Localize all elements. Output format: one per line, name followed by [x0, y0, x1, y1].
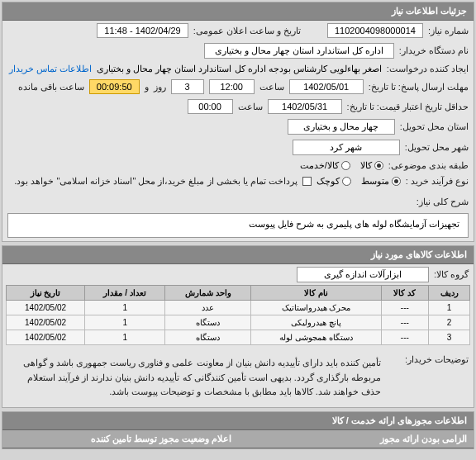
col-code: کد کالا — [381, 286, 429, 301]
radio-checked-icon — [374, 161, 383, 170]
need-desc-value: تجهیزات آزمایشگاه لوله های پلیمری به شرح… — [7, 213, 469, 238]
need-no-value: 1102004098000014 — [327, 23, 423, 38]
city-value: شهر کرد — [293, 140, 400, 155]
table-cell: 1402/05/02 — [7, 315, 85, 330]
col-name: نام کالا — [251, 286, 381, 301]
deadline-label: مهلت ارسال پاسخ: تا تاریخ: — [369, 82, 469, 92]
announce-datetime-value: 1402/04/29 - 11:48 — [97, 23, 188, 38]
purchase-medium-label: متوسط — [361, 176, 389, 187]
category-goods-option[interactable]: کالا — [360, 160, 383, 171]
buyer-notes-value: تأمین کننده باید دارای تأییدیه دانش بنیا… — [7, 351, 389, 405]
province-label: استان محل تحویل: — [400, 121, 469, 132]
goods-group-label: گروه کالا: — [434, 269, 469, 280]
day-label: روز — [154, 82, 166, 92]
announce-datetime-label: تاریخ و ساعت اعلان عمومی: — [193, 26, 301, 36]
radio-checked-icon — [392, 177, 401, 186]
license-declare-col: اعلام وضعیت مجوز توسط تامین کننده — [2, 430, 238, 448]
days-left-value: 3 — [171, 79, 204, 94]
purchase-type-radio-group: متوسط کوچک — [317, 176, 401, 187]
deadline-date-value: 1402/05/01 — [289, 79, 364, 94]
purchase-small-label: کوچک — [317, 176, 340, 187]
table-cell: دستگاه — [165, 330, 251, 345]
table-cell: 1 — [85, 330, 165, 345]
category-label: طبقه بندی موضوعی: — [388, 160, 469, 171]
licenses-needed-col: الزامی بودن ارائه مجوز — [238, 430, 474, 448]
radio-unchecked-icon — [342, 177, 351, 186]
table-row: 3---دستگاه همجوشی لولهدستگاه11402/05/02 — [7, 330, 470, 345]
countdown-timer: 00:09:50 — [89, 79, 140, 94]
table-cell: محرک هیدرواستاتیک — [251, 301, 381, 315]
radio-unchecked-icon — [341, 161, 350, 170]
time-left-label: ساعت باقی مانده — [18, 82, 84, 92]
hour-label-2: ساعت — [238, 102, 263, 112]
buyer-org-value: اداره کل استاندارد استان چهار محال و بخت… — [204, 43, 394, 59]
table-row: 2---پانچ هیدرولیکیدستگاه11402/05/02 — [7, 315, 470, 330]
license-info-header: اطلاعات مجوزهای ارائه خدمت / کالا — [2, 412, 474, 430]
col-date: تاریخ نیاز — [7, 286, 85, 301]
purchase-type-label: نوع فرآیند خرید : — [406, 176, 469, 187]
table-cell: 3 — [429, 330, 470, 345]
city-label: شهر محل تحویل: — [405, 142, 469, 153]
table-cell: --- — [381, 330, 429, 345]
table-cell: 1 — [85, 301, 165, 315]
table-cell: دستگاه همجوشی لوله — [251, 330, 381, 345]
table-cell: --- — [381, 315, 429, 330]
buyer-org-label: نام دستگاه خریدار: — [399, 45, 469, 56]
need-items-header: اطلاعات کالاهای مورد نیاز — [2, 246, 474, 264]
col-qty: تعداد / مقدار — [85, 286, 165, 301]
goods-table: ردیف کد کالا نام کالا واحد شمارش تعداد /… — [6, 285, 470, 345]
goods-group-value: ابزارآلات اندازه گیری — [297, 267, 429, 282]
validity-label: حداقل تاریخ اعتبار قیمت: تا تاریخ: — [347, 102, 469, 112]
table-row: 1---محرک هیدرواستاتیکعدد11402/05/02 — [7, 301, 470, 315]
col-unit: واحد شمارش — [165, 286, 251, 301]
deadline-hour-value: 12:00 — [209, 79, 255, 94]
table-cell: 1 — [85, 315, 165, 330]
province-value: چهار محال و بختیاری — [288, 119, 395, 135]
category-radio-group: کالا کالا/خدمت — [300, 160, 383, 171]
table-cell: 1402/05/02 — [7, 330, 85, 345]
purchase-small-option[interactable]: کوچک — [317, 176, 351, 187]
buyer-contact-link[interactable]: اطلاعات تماس خریدار — [9, 64, 92, 74]
table-cell: پانچ هیدرولیکی — [251, 315, 381, 330]
need-desc-label: شرح کلی نیاز: — [416, 192, 469, 207]
hour-label-1: ساعت — [259, 82, 284, 92]
buyer-notes-label: توضیحات خریدار: — [394, 351, 469, 365]
need-details-header: جزئیات اطلاعات نیاز — [2, 2, 474, 21]
validity-date-value: 1402/05/31 — [268, 99, 342, 114]
table-cell: 1 — [429, 301, 470, 315]
table-cell: 1402/05/02 — [7, 301, 85, 315]
request-creator-label: ایجاد کننده درخواست: — [387, 64, 469, 74]
and-label: و — [145, 82, 149, 92]
table-cell: عدد — [165, 301, 251, 315]
validity-hour-value: 00:00 — [188, 99, 233, 114]
category-service-option[interactable]: کالا/خدمت — [300, 160, 350, 171]
col-row: ردیف — [429, 286, 470, 301]
category-goods-label: کالا — [360, 160, 372, 171]
table-cell: دستگاه — [165, 315, 251, 330]
request-creator-value: اصغر بهاءلویی کارشناس بودجه اداره کل است… — [97, 64, 382, 74]
partial-pay-note: پرداخت تمام یا بخشی از مبلغ خرید،از محل … — [14, 176, 298, 187]
need-no-label: شماره نیاز: — [428, 26, 469, 36]
table-cell: 2 — [429, 315, 470, 330]
category-service-label: کالا/خدمت — [300, 160, 339, 171]
treasury-docs-checkbox[interactable] — [302, 177, 312, 186]
table-cell: --- — [381, 301, 429, 315]
purchase-medium-option[interactable]: متوسط — [361, 176, 401, 187]
